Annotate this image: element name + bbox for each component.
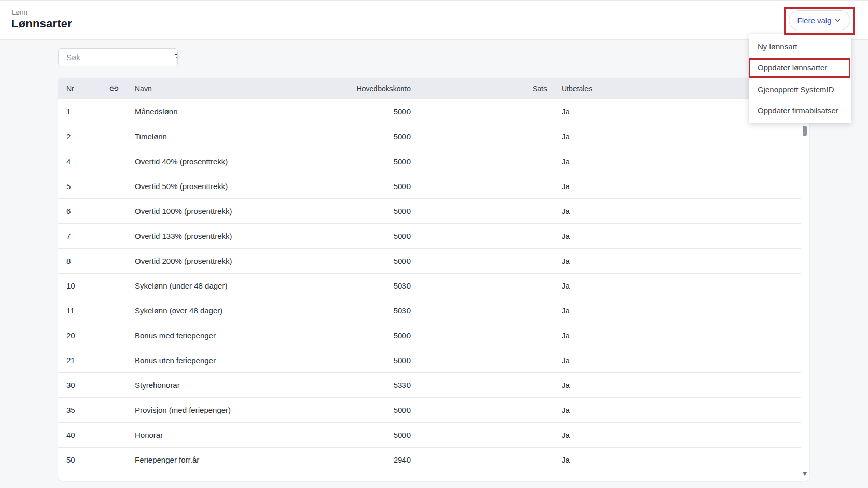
cell-hovedbokskonto: 5030 [265, 306, 411, 315]
scrollbar-thumb[interactable] [803, 126, 807, 136]
cell-utbetales: Ja [547, 381, 801, 390]
page-title: Lønnsarter [11, 17, 72, 31]
table-row[interactable]: 2 Timelønn 5000 Ja [58, 124, 801, 149]
page-header: Lønn Lønnsarter [0, 1, 868, 40]
cell-utbetales: Ja [547, 356, 801, 365]
cell-utbetales: Ja [547, 455, 801, 464]
cell-nr: 6 [58, 207, 100, 216]
column-header-nr: Nr [58, 84, 100, 93]
cell-nr: 50 [58, 455, 100, 464]
cell-hovedbokskonto: 5000 [265, 331, 411, 340]
cell-utbetales: Ja [547, 430, 801, 439]
cell-utbetales: Ja [547, 281, 801, 290]
more-options-menu: Ny lønnsart Oppdater lønnsarter Gjenoppr… [749, 34, 851, 123]
cell-hovedbokskonto: 5000 [265, 430, 411, 439]
vertical-scrollbar [801, 99, 809, 481]
cell-utbetales: Ja [547, 232, 801, 240]
cell-nr: 10 [58, 281, 100, 290]
cell-hovedbokskonto: 5030 [265, 281, 411, 290]
wage-types-table: Nr Navn Hovedbokskonto Sats Utbetales 1 … [58, 78, 809, 481]
cell-navn: Honorar [129, 430, 265, 439]
filter-button[interactable] [175, 49, 178, 66]
cell-navn: Sykelønn (over 48 dager) [129, 306, 265, 315]
cell-nr: 4 [58, 157, 100, 166]
column-header-sats: Sats [411, 84, 547, 93]
menu-item-gjenopprett-systemid[interactable]: Gjenopprett SystemID [749, 79, 851, 100]
table-body: 1 Månedslønn 5000 Ja 2 Timelønn 5000 Ja … [58, 99, 801, 472]
cell-utbetales: Ja [547, 331, 801, 340]
cell-navn: Overtid 50% (prosenttrekk) [129, 182, 265, 191]
cell-navn: Bonus uten feriepenger [129, 356, 265, 365]
column-header-hovedbokskonto: Hovedbokskonto [265, 84, 411, 93]
table-row[interactable]: 40 Honorar 5000 Ja [58, 423, 801, 448]
table-row[interactable]: 10 Sykelønn (under 48 dager) 5030 Ja [58, 274, 801, 298]
table-row[interactable]: 5 Overtid 50% (prosenttrekk) 5000 Ja [58, 174, 801, 199]
cell-hovedbokskonto: 5000 [265, 207, 411, 216]
cell-navn: Overtid 40% (prosenttrekk) [129, 157, 265, 166]
cell-navn: Overtid 133% (prosenttrekk) [129, 232, 265, 240]
cell-navn: Feriepenger forr.år [129, 455, 265, 464]
cell-navn: Sykelønn (under 48 dager) [129, 281, 265, 290]
table-row[interactable]: 7 Overtid 133% (prosenttrekk) 5000 Ja [58, 224, 801, 249]
cell-nr: 11 [58, 306, 100, 315]
table-row[interactable]: 20 Bonus med feriepenger 5000 Ja [58, 323, 801, 348]
cell-hovedbokskonto: 5000 [265, 107, 411, 116]
more-options-label: Flere valg [797, 16, 832, 25]
cell-hovedbokskonto: 5330 [265, 381, 411, 390]
chevron-down-icon [834, 17, 842, 24]
table-row[interactable]: 30 Styrehonorar 5330 Ja [58, 373, 801, 398]
cell-hovedbokskonto: 5000 [265, 256, 411, 265]
cell-utbetales: Ja [547, 207, 801, 216]
cell-nr: 1 [58, 107, 100, 116]
cell-navn: Overtid 200% (prosenttrekk) [129, 256, 265, 265]
table-row[interactable]: 50 Feriepenger forr.år 2940 Ja [58, 448, 801, 472]
cell-hovedbokskonto: 2940 [265, 455, 411, 464]
cell-hovedbokskonto: 5000 [265, 232, 411, 240]
cell-nr: 8 [58, 256, 100, 265]
cell-navn: Månedslønn [129, 107, 265, 116]
scrollbar-down-arrow-icon[interactable] [802, 472, 807, 476]
table-row[interactable]: 35 Provisjon (med feriepenger) 5000 Ja [58, 398, 801, 423]
cell-navn: Provisjon (med feriepenger) [129, 406, 265, 414]
menu-item-ny-lonnsart[interactable]: Ny lønnsart [749, 36, 851, 57]
cell-nr: 21 [58, 356, 100, 365]
table-row[interactable]: 21 Bonus uten feriepenger 5000 Ja [58, 348, 801, 373]
cell-nr: 7 [58, 232, 100, 240]
menu-item-oppdater-firmabilsatser[interactable]: Oppdater firmabilsatser [749, 100, 851, 121]
table-row[interactable]: 11 Sykelønn (over 48 dager) 5030 Ja [58, 298, 801, 323]
column-header-navn: Navn [129, 84, 265, 93]
cell-hovedbokskonto: 5000 [265, 182, 411, 191]
cell-utbetales: Ja [547, 182, 801, 191]
breadcrumb[interactable]: Lønn [12, 8, 27, 16]
table-row[interactable]: 1 Månedslønn 5000 Ja [58, 99, 801, 124]
more-options-button[interactable]: Flere valg [789, 10, 850, 30]
cell-nr: 5 [58, 182, 100, 191]
cell-navn: Overtid 100% (prosenttrekk) [129, 207, 265, 216]
table-header-row: Nr Navn Hovedbokskonto Sats Utbetales [58, 78, 809, 99]
table-row[interactable]: 4 Overtid 40% (prosenttrekk) 5000 Ja [58, 149, 801, 174]
cell-hovedbokskonto: 5000 [265, 132, 411, 141]
search-input[interactable] [59, 49, 175, 66]
cell-nr: 2 [58, 132, 100, 141]
cell-utbetales: Ja [547, 157, 801, 166]
cell-utbetales: Ja [547, 306, 801, 315]
cell-navn: Styrehonorar [129, 381, 265, 390]
cell-hovedbokskonto: 5000 [265, 157, 411, 166]
cell-navn: Bonus med feriepenger [129, 331, 265, 340]
search-box [58, 48, 178, 66]
cell-nr: 40 [58, 430, 100, 439]
cell-hovedbokskonto: 5000 [265, 406, 411, 414]
table-row[interactable]: 8 Overtid 200% (prosenttrekk) 5000 Ja [58, 249, 801, 274]
cell-navn: Timelønn [129, 132, 265, 141]
filter-icon [175, 54, 178, 61]
cell-hovedbokskonto: 5000 [265, 356, 411, 365]
cell-utbetales: Ja [547, 256, 801, 265]
cell-utbetales: Ja [547, 406, 801, 414]
cell-nr: 35 [58, 406, 100, 414]
cell-utbetales: Ja [547, 132, 801, 141]
link-icon [100, 83, 129, 94]
menu-item-oppdater-lonnsarter[interactable]: Oppdater lønnsarter [749, 57, 851, 78]
table-row[interactable]: 6 Overtid 100% (prosenttrekk) 5000 Ja [58, 199, 801, 224]
cell-nr: 30 [58, 381, 100, 390]
cell-nr: 20 [58, 331, 100, 340]
